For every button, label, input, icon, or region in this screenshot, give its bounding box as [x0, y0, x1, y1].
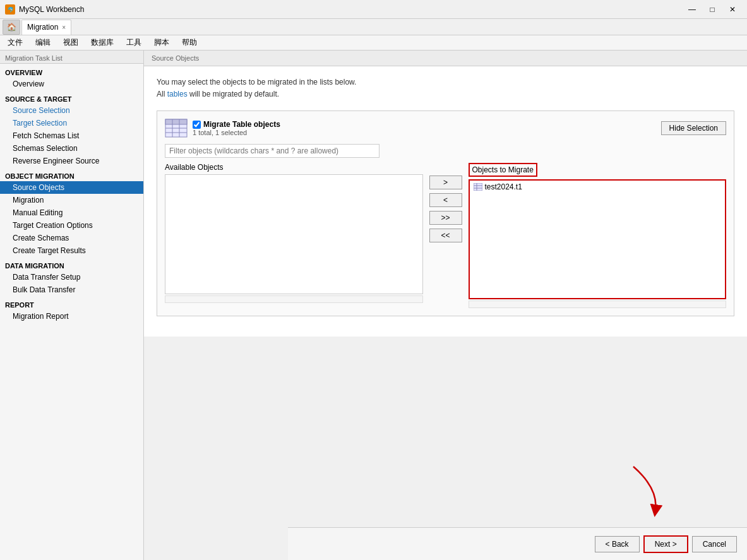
sidebar-item-create-schemas[interactable]: Create Schemas: [0, 232, 143, 244]
sidebar: Migration Task List OVERVIEW Overview SO…: [0, 51, 144, 560]
home-icon: 🏠: [7, 23, 16, 32]
sidebar-item-bulk-data-transfer[interactable]: Bulk Data Transfer: [0, 283, 143, 296]
available-list-scrollbar: [165, 295, 423, 303]
objects-to-migrate-label: Objects to Migrate: [469, 163, 537, 177]
maximize-button[interactable]: □: [703, 3, 722, 16]
migrate-item-label: test2024.t1: [485, 182, 522, 191]
sidebar-item-source-objects[interactable]: Source Objects: [0, 181, 143, 194]
sidebar-section-overview: OVERVIEW: [0, 64, 143, 78]
objects-area: Available Objects > < >> <<: [165, 163, 726, 308]
sidebar-section-source-target: SOURCE & TARGET: [0, 90, 143, 104]
sidebar-item-source-selection[interactable]: Source Selection: [0, 104, 143, 117]
hide-selection-button[interactable]: Hide Selection: [661, 121, 726, 135]
menu-bar: 文件 编辑 视图 数据库 工具 脚本 帮助: [0, 35, 747, 51]
sidebar-item-overview[interactable]: Overview: [0, 78, 143, 90]
sidebar-item-data-transfer-setup[interactable]: Data Transfer Setup: [0, 271, 143, 283]
transfer-buttons: > < >> <<: [423, 176, 469, 242]
tab-close-icon[interactable]: ×: [62, 24, 66, 31]
filter-input[interactable]: [165, 144, 379, 158]
info-text: You may select the objects to be migrate…: [157, 76, 734, 100]
menu-view[interactable]: 视图: [58, 36, 83, 49]
sidebar-item-create-target-results[interactable]: Create Target Results: [0, 244, 143, 257]
migrate-checkbox-label: Migrate Table objects: [193, 120, 280, 129]
back-button[interactable]: < Back: [595, 536, 640, 552]
menu-database[interactable]: 数据库: [86, 36, 119, 49]
sidebar-item-target-selection[interactable]: Target Selection: [0, 117, 143, 129]
add-one-button[interactable]: >: [429, 176, 462, 189]
migration-header-left: Migrate Table objects 1 total, 1 selecte…: [165, 119, 280, 138]
sidebar-section-report: REPORT: [0, 296, 143, 310]
title-bar-left: 🐬 MySQL Workbench: [5, 4, 84, 15]
content-area: Source Objects You may select the object…: [144, 51, 747, 337]
minimize-button[interactable]: —: [683, 3, 702, 16]
app-title: MySQL Workbench: [19, 5, 84, 14]
remove-all-button[interactable]: <<: [429, 229, 462, 242]
sidebar-item-reverse-engineer[interactable]: Reverse Engineer Source: [0, 155, 143, 167]
svg-rect-8: [474, 183, 482, 191]
main-layout: Migration Task List OVERVIEW Overview SO…: [0, 51, 747, 560]
home-tab[interactable]: 🏠: [3, 20, 20, 35]
content-body: You may select the objects to be migrate…: [144, 66, 747, 337]
tab-label: Migration: [27, 23, 58, 32]
migrate-sub: 1 total, 1 selected: [193, 129, 280, 136]
migration-checkbox-area: Migrate Table objects 1 total, 1 selecte…: [193, 120, 280, 136]
svg-text:🐬: 🐬: [8, 6, 14, 13]
svg-rect-3: [165, 119, 187, 124]
tables-icon: [165, 119, 188, 138]
info-line2a: All: [157, 90, 167, 98]
migrate-list-scrollbar: [469, 301, 727, 308]
remove-one-button[interactable]: <: [429, 193, 462, 207]
migration-box: Migrate Table objects 1 total, 1 selecte…: [157, 110, 734, 316]
migration-header: Migrate Table objects 1 total, 1 selecte…: [165, 119, 726, 138]
title-bar: 🐬 MySQL Workbench — □ ✕: [0, 0, 747, 19]
objects-to-migrate-list: test2024.t1: [469, 179, 727, 299]
menu-edit[interactable]: 编辑: [30, 36, 56, 49]
arrow-annotation: [621, 463, 671, 522]
table-item-icon: [474, 183, 482, 191]
available-objects-list: [165, 174, 423, 294]
sidebar-item-migration[interactable]: Migration: [0, 194, 143, 206]
bottom-bar: < Back Next > Cancel: [288, 527, 747, 560]
next-button[interactable]: Next >: [643, 535, 688, 553]
menu-help[interactable]: 帮助: [177, 36, 202, 49]
info-line1: You may select the objects to be migrate…: [157, 78, 356, 86]
available-objects-container: Available Objects: [165, 163, 423, 303]
sidebar-item-migration-report[interactable]: Migration Report: [0, 310, 143, 323]
close-button[interactable]: ✕: [723, 3, 742, 16]
menu-scripts[interactable]: 脚本: [149, 36, 174, 49]
sidebar-section-data-migration: DATA MIGRATION: [0, 257, 143, 271]
title-bar-controls: — □ ✕: [683, 3, 742, 16]
migrate-checkbox[interactable]: [193, 121, 201, 129]
add-all-button[interactable]: >>: [429, 211, 462, 225]
menu-file[interactable]: 文件: [3, 36, 28, 49]
objects-to-migrate-container: Objects to Migrate test2024.: [469, 163, 727, 308]
content-header: Source Objects: [144, 51, 747, 66]
sidebar-item-target-creation-options[interactable]: Target Creation Options: [0, 219, 143, 232]
available-objects-label: Available Objects: [165, 163, 423, 172]
app-icon: 🐬: [5, 4, 15, 15]
migration-tab[interactable]: Migration ×: [21, 20, 71, 35]
sidebar-item-schemas-selection[interactable]: Schemas Selection: [0, 142, 143, 155]
info-highlight: tables: [167, 90, 188, 98]
sidebar-item-manual-editing[interactable]: Manual Editing: [0, 206, 143, 219]
sidebar-title: Migration Task List: [0, 51, 143, 64]
tab-bar: 🏠 Migration ×: [0, 19, 747, 35]
sidebar-section-object-migration: OBJECT MIGRATION: [0, 167, 143, 181]
right-panel: Source Objects You may select the object…: [144, 51, 747, 560]
cancel-button[interactable]: Cancel: [692, 536, 737, 552]
sidebar-item-fetch-schemas[interactable]: Fetch Schemas List: [0, 129, 143, 142]
info-line2b: will be migrated by default.: [188, 90, 279, 98]
migrate-label: Migrate Table objects: [203, 120, 280, 129]
menu-tools[interactable]: 工具: [121, 36, 146, 49]
migrate-item-test2024[interactable]: test2024.t1: [470, 181, 726, 193]
